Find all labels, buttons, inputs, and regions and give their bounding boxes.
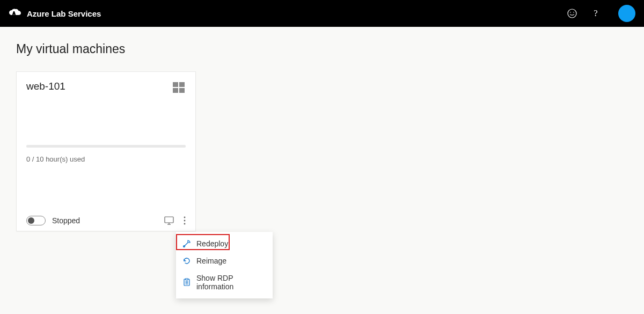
svg-point-12 [184,220,186,222]
clipboard-icon [182,278,191,287]
page-title: My virtual machines [16,42,628,56]
svg-rect-4 [173,82,178,87]
menu-item-reimage[interactable]: Reimage [176,252,273,269]
more-options-icon[interactable] [184,216,186,225]
svg-point-1 [570,12,571,13]
svg-point-11 [184,217,186,218]
page-content: My virtual machines web-101 0 / 10 hour(… [0,27,644,246]
svg-rect-5 [179,82,185,87]
brand-text: Azure Lab Services [27,9,101,18]
svg-rect-6 [173,88,178,93]
usage-text: 0 / 10 hour(s) used [26,155,186,163]
vm-context-menu: Redeploy Reimage Show RDP information [176,232,273,298]
svg-rect-16 [186,279,188,280]
power-toggle[interactable] [26,216,46,225]
vm-name: web-101 [26,81,65,92]
feedback-icon[interactable] [567,8,577,19]
brand: Azure Lab Services [9,9,101,18]
usage-progress-bar [26,145,186,148]
vm-status: Stopped [52,216,80,225]
azure-cloud-icon [9,9,21,18]
svg-text:?: ? [594,9,597,18]
svg-point-2 [573,12,574,13]
menu-item-label: Show RDP information [196,274,266,291]
svg-point-0 [568,9,576,18]
user-avatar[interactable] [618,5,635,22]
vm-card-header: web-101 [26,81,186,97]
svg-point-13 [184,223,186,225]
menu-item-redeploy[interactable]: Redeploy [176,235,273,252]
vm-card-footer: Stopped [26,211,186,225]
svg-rect-7 [179,88,185,93]
vm-card: web-101 0 / 10 hour(s) used Stopped [16,71,196,231]
menu-item-label: Redeploy [196,239,228,248]
wrench-icon [182,239,191,248]
connect-icon[interactable] [164,216,174,225]
topbar-actions: ? [567,5,635,22]
menu-item-label: Reimage [196,257,226,265]
refresh-icon [182,257,191,265]
help-icon[interactable]: ? [590,8,601,19]
menu-item-rdp-info[interactable]: Show RDP information [176,269,273,295]
top-bar: Azure Lab Services ? [0,0,644,27]
svg-rect-8 [165,217,173,223]
windows-icon [172,81,186,97]
